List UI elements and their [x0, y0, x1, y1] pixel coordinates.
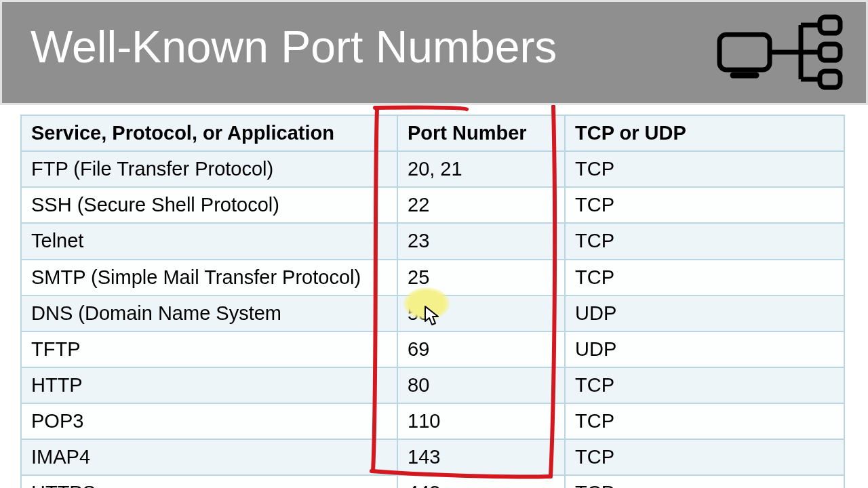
- cell-port: 143: [397, 439, 565, 475]
- cell-service: HTTPS: [21, 475, 397, 488]
- table-row: Telnet23TCP: [21, 223, 844, 259]
- cell-port: 80: [397, 367, 565, 403]
- cell-proto: TCP: [565, 367, 844, 403]
- cell-service: HTTP: [21, 367, 397, 403]
- table-row: SMTP (Simple Mail Transfer Protocol)25TC…: [21, 260, 844, 296]
- svg-rect-0: [719, 35, 770, 70]
- table-row: HTTP80TCP: [21, 367, 844, 403]
- cell-service: IMAP4: [21, 439, 397, 475]
- cell-port: 69: [397, 331, 565, 367]
- table-row: SSH (Secure Shell Protocol)22TCP: [21, 187, 844, 223]
- svg-rect-3: [820, 44, 840, 60]
- cell-port: 53: [397, 296, 565, 331]
- col-header-proto: TCP or UDP: [565, 115, 844, 151]
- cell-service: SMTP (Simple Mail Transfer Protocol): [21, 260, 397, 296]
- cell-proto: TCP: [565, 187, 844, 223]
- table-row: DNS (Domain Name System53UDP: [21, 296, 844, 331]
- cell-service: FTP (File Transfer Protocol): [21, 151, 397, 187]
- cell-port: 22: [397, 187, 565, 223]
- cell-port: 443: [397, 475, 565, 488]
- cell-proto: TCP: [565, 439, 844, 475]
- table-row: POP3110TCP: [21, 403, 844, 439]
- table-header-row: Service, Protocol, or Application Port N…: [21, 115, 844, 151]
- col-header-service: Service, Protocol, or Application: [21, 115, 397, 151]
- cell-service: POP3: [21, 403, 397, 439]
- cell-service: Telnet: [21, 223, 397, 259]
- cell-port: 110: [397, 403, 565, 439]
- cell-proto: TCP: [565, 403, 844, 439]
- cell-port: 25: [397, 260, 565, 296]
- cell-proto: TCP: [565, 475, 844, 488]
- table-row: HTTPS443TCP: [21, 475, 844, 488]
- table-row: FTP (File Transfer Protocol)20, 21TCP: [21, 151, 844, 187]
- cell-proto: TCP: [565, 151, 844, 187]
- svg-rect-2: [820, 17, 840, 33]
- cell-proto: TCP: [565, 260, 844, 296]
- cell-proto: UDP: [565, 331, 844, 367]
- cell-service: SSH (Secure Shell Protocol): [21, 187, 397, 223]
- cell-service: DNS (Domain Name System: [21, 296, 397, 331]
- content-area: Service, Protocol, or Application Port N…: [0, 105, 868, 488]
- col-header-port: Port Number: [397, 115, 565, 151]
- slide-header: Well-Known Port Numbers: [0, 0, 868, 105]
- cell-port: 20, 21: [397, 151, 565, 187]
- svg-rect-4: [820, 71, 840, 87]
- table-row: TFTP69UDP: [21, 331, 844, 367]
- network-logo-icon: [717, 14, 846, 98]
- ports-table: Service, Protocol, or Application Port N…: [20, 115, 845, 488]
- cell-proto: UDP: [565, 296, 844, 331]
- table-row: IMAP4143TCP: [21, 439, 844, 475]
- cell-proto: TCP: [565, 223, 844, 259]
- cell-service: TFTP: [21, 331, 397, 367]
- cell-port: 23: [397, 223, 565, 259]
